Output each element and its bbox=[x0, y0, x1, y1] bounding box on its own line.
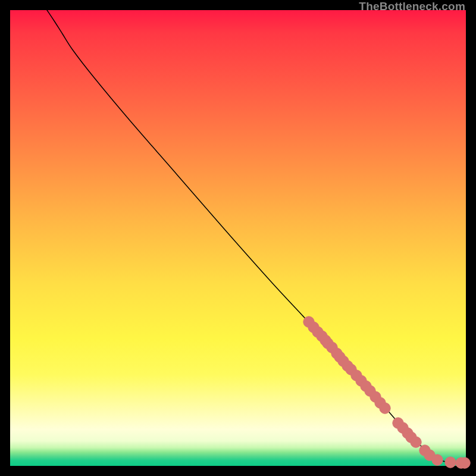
data-points-group bbox=[303, 317, 470, 468]
data-point bbox=[459, 458, 470, 468]
data-point bbox=[380, 403, 390, 414]
data-point bbox=[411, 437, 421, 447]
bottleneck-curve bbox=[47, 10, 466, 463]
data-point bbox=[445, 457, 456, 468]
watermark-text: TheBottleneck.com bbox=[359, 0, 465, 13]
plot-svg bbox=[10, 10, 466, 466]
data-point bbox=[432, 455, 443, 465]
gradient-plot-area bbox=[10, 10, 466, 466]
